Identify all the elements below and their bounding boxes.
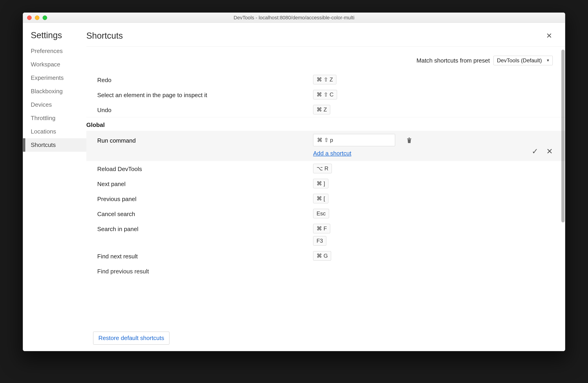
shortcut-row[interactable]: Cancel searchEsc [86,206,565,221]
shortcut-row[interactable]: Find next result⌘ G [86,248,565,263]
shortcut-row[interactable]: Select an element in the page to inspect… [86,87,565,102]
shortcut-list: Redo⌘ ⇧ ZSelect an element in the page t… [86,72,565,351]
sidebar-item-shortcuts[interactable]: Shortcuts [23,138,86,152]
window-title: DevTools - localhost:8080/demo/accessibl… [23,15,565,21]
sidebar-item-preferences[interactable]: Preferences [23,44,86,58]
scrollbar-thumb[interactable] [561,50,565,222]
preset-value: DevTools (Default) [497,57,542,63]
svg-rect-1 [409,138,410,138]
shortcut-key: ⌘ ⇧ C [313,90,337,99]
titlebar: DevTools - localhost:8080/demo/accessibl… [23,13,565,23]
page-title: Shortcuts [86,31,544,41]
shortcut-key: ⌘ Z [313,105,330,115]
restore-defaults-button[interactable]: Restore default shortcuts [93,332,169,345]
shortcut-key: F3 [313,236,326,246]
shortcut-label: Cancel search [97,209,313,218]
confirm-icon[interactable]: ✓ [532,147,538,156]
shortcut-row[interactable]: Search in panel⌘ FF3 [86,221,565,248]
shortcut-key: ⌘ ⇧ Z [313,75,336,84]
shortcut-row[interactable]: Undo⌘ Z [86,102,565,117]
sidebar-item-blackboxing[interactable]: Blackboxing [23,85,86,98]
svg-rect-0 [407,138,411,139]
minimize-window-button[interactable] [35,16,39,20]
shortcut-row[interactable]: Find previous result [86,263,565,275]
shortcut-label: Search in panel [97,224,313,233]
close-icon[interactable]: ✕ [544,30,554,41]
zoom-window-button[interactable] [42,16,47,20]
preset-label: Match shortcuts from preset [417,57,490,64]
shortcut-key: Esc [313,209,329,218]
shortcut-row[interactable]: Next panel⌘ ] [86,176,565,191]
sidebar-item-throttling[interactable]: Throttling [23,112,86,125]
sidebar-item-locations[interactable]: Locations [23,125,86,138]
sidebar-item-devices[interactable]: Devices [23,98,86,112]
chevron-down-icon: ▼ [546,58,550,62]
sidebar-item-experiments[interactable]: Experiments [23,71,86,85]
sidebar-item-workspace[interactable]: Workspace [23,58,86,71]
settings-sidebar: Settings PreferencesWorkspaceExperiments… [23,23,86,351]
main-content: Shortcuts ✕ Match shortcuts from preset … [86,23,565,351]
shortcut-row[interactable]: Reload DevTools⌥ R [86,161,565,176]
shortcut-key: ⌥ R [313,164,332,173]
shortcut-key: ⌘ G [313,251,331,261]
shortcut-keys: ⌘ [ [313,194,402,203]
shortcut-row[interactable]: Previous panel⌘ [ [86,191,565,206]
shortcut-input[interactable] [313,134,395,146]
shortcut-label: Select an element in the page to inspect… [97,90,313,99]
shortcut-key: ⌘ F [313,224,330,233]
shortcut-keys: ⌥ R [313,164,402,173]
shortcut-keys: Esc [313,209,402,218]
sidebar-title: Settings [23,28,86,44]
shortcut-label: Undo [97,105,313,114]
shortcut-row-editing: Run commandAdd a shortcut✓✕ [86,131,565,161]
shortcut-label: Reload DevTools [97,164,313,173]
preset-select[interactable]: DevTools (Default) ▼ [493,56,553,65]
shortcut-keys: ⌘ ⇧ C [313,90,402,99]
shortcut-keys: ⌘ ] [313,179,402,188]
shortcut-row[interactable]: Redo⌘ ⇧ Z [86,72,565,87]
shortcut-key: ⌘ [ [313,194,328,203]
shortcut-keys: ⌘ ⇧ Z [313,75,402,84]
shortcut-label: Find next result [97,251,313,260]
footer: Restore default shortcuts [86,327,565,351]
shortcut-label: Redo [97,75,313,84]
shortcut-label: Find previous result [97,266,313,275]
trash-icon[interactable] [402,134,412,145]
window: DevTools - localhost:8080/demo/accessibl… [23,13,565,351]
cancel-icon[interactable]: ✕ [546,147,553,156]
shortcut-label: Run command [97,134,313,144]
shortcut-keys: ⌘ G [313,251,402,261]
section-heading-global: Global [86,117,565,131]
add-shortcut-link[interactable]: Add a shortcut [313,150,351,157]
shortcut-keys: ⌘ FF3 [313,224,402,246]
shortcut-label: Previous panel [97,194,313,203]
shortcut-key: ⌘ ] [313,179,328,188]
shortcut-label: Next panel [97,179,313,188]
shortcut-keys: ⌘ Z [313,105,402,115]
close-window-button[interactable] [27,16,32,20]
window-controls [23,16,47,20]
